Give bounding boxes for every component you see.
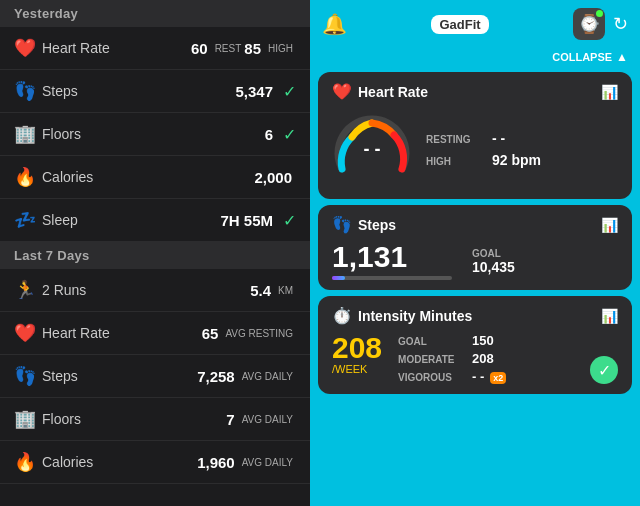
floors-check: ✓ <box>283 125 296 144</box>
floors-value: 6 <box>265 126 273 143</box>
heart-rate-label: Heart Rate <box>42 40 191 56</box>
last7-steps-value: 7,258 <box>197 368 235 385</box>
vigorous-value: - - <box>472 369 484 384</box>
steps-main-value: 1,131 <box>332 242 452 272</box>
last7-calories-icon: 🔥 <box>14 451 42 473</box>
heart-high-sub: HIGH <box>268 43 293 54</box>
app-logo: GadFit <box>431 15 488 34</box>
sleep-row[interactable]: 💤 Sleep 7H 55M ✓ <box>0 199 310 242</box>
sleep-icon: 💤 <box>14 209 42 231</box>
high-value: 92 bpm <box>492 152 541 168</box>
heart-stats: RESTING - - HIGH 92 bpm <box>426 130 541 168</box>
intensity-card[interactable]: ⏱️ Intensity Minutes 📊 208 /WEEK GOAL 15… <box>318 296 632 394</box>
cards-area: ❤️ Heart Rate 📊 <box>310 68 640 506</box>
last7-calories-row[interactable]: 🔥 Calories 1,960 AVG DAILY <box>0 441 310 484</box>
runs-unit: KM <box>278 285 293 296</box>
refresh-icon[interactable]: ↻ <box>613 13 628 35</box>
last7-calories-sub: AVG DAILY <box>242 457 293 468</box>
calories-label: Calories <box>42 169 254 185</box>
sleep-value: 7H 55M <box>220 212 273 229</box>
last7-heart-value: 65 <box>202 325 219 342</box>
goal-stat-row: GOAL 150 <box>398 333 506 348</box>
steps-card[interactable]: 👣 Steps 📊 1,131 GOAL 10,435 <box>318 205 632 290</box>
last7-floors-value: 7 <box>226 411 234 428</box>
runs-value: 5.4 <box>250 282 271 299</box>
steps-card-icon: 👣 <box>332 215 352 234</box>
heart-rest-sub: REST <box>215 43 242 54</box>
bell-icon[interactable]: 🔔 <box>322 12 347 36</box>
intensity-goal-value: 150 <box>472 333 494 348</box>
moderate-label: MODERATE <box>398 354 466 365</box>
header-left-icons: 🔔 <box>322 12 347 36</box>
resting-stat-row: RESTING - - <box>426 130 541 146</box>
steps-card-title: 👣 Steps <box>332 215 396 234</box>
left-panel: Yesterday ❤️ Heart Rate 60 REST 85 HIGH … <box>0 0 310 506</box>
vigorous-label: VIGOROUS <box>398 372 466 383</box>
heart-high-value: 85 <box>244 40 261 57</box>
calories-icon: 🔥 <box>14 166 42 188</box>
x2-badge: x2 <box>490 372 506 384</box>
steps-goal-value: 10,435 <box>472 259 532 275</box>
last7-calories-value: 1,960 <box>197 454 235 471</box>
steps-value: 5,347 <box>235 83 273 100</box>
floors-row[interactable]: 🏢 Floors 6 ✓ <box>0 113 310 156</box>
heart-rate-card[interactable]: ❤️ Heart Rate 📊 <box>318 72 632 199</box>
last7-floors-row[interactable]: 🏢 Floors 7 AVG DAILY <box>0 398 310 441</box>
collapse-chevron-icon: ▲ <box>616 50 628 64</box>
run-icon: 🏃 <box>14 279 42 301</box>
last7-calories-label: Calories <box>42 454 197 470</box>
intensity-card-title-row: ⏱️ Intensity Minutes 📊 <box>332 306 618 325</box>
watch-avatar[interactable]: ⌚ <box>573 8 605 40</box>
resting-value: - - <box>492 130 505 146</box>
heart-rate-row[interactable]: ❤️ Heart Rate 60 REST 85 HIGH <box>0 27 310 70</box>
moderate-value: 208 <box>472 351 494 366</box>
collapse-bar[interactable]: COLLAPSE ▲ <box>310 48 640 68</box>
collapse-label: COLLAPSE <box>552 51 612 63</box>
watch-online-dot <box>596 10 603 17</box>
moderate-stat-row: MODERATE 208 <box>398 351 506 366</box>
intensity-per-week: /WEEK <box>332 363 382 375</box>
steps-goal-label: GOAL <box>472 248 532 259</box>
last7-steps-icon: 👣 <box>14 365 42 387</box>
steps-row[interactable]: 👣 Steps 5,347 ✓ <box>0 70 310 113</box>
last7-floors-label: Floors <box>42 411 226 427</box>
heart-rate-content: - - RESTING - - HIGH 92 bpm <box>332 109 618 189</box>
intensity-check-circle: ✓ <box>590 356 618 384</box>
heart-icon: ❤️ <box>14 37 42 59</box>
intensity-chart-icon[interactable]: 📊 <box>601 308 618 324</box>
steps-label: Steps <box>42 83 235 99</box>
steps-chart-icon[interactable]: 📊 <box>601 217 618 233</box>
vigorous-stat-row: VIGOROUS - - x2 <box>398 369 506 384</box>
last7-heart-label: Heart Rate <box>42 325 202 341</box>
steps-progress-fill <box>332 276 345 280</box>
last7-steps-label: Steps <box>42 368 197 384</box>
heart-rate-chart-icon[interactable]: 📊 <box>601 84 618 100</box>
runs-row[interactable]: 🏃 2 Runs 5.4 KM <box>0 269 310 312</box>
heart-rest-value: 60 <box>191 40 208 57</box>
last7-floors-icon: 🏢 <box>14 408 42 430</box>
intensity-main-value: 208 <box>332 333 382 363</box>
sleep-check: ✓ <box>283 211 296 230</box>
gauge-text: - - <box>364 139 381 160</box>
steps-goal-col: GOAL 10,435 <box>472 248 532 275</box>
last7-steps-row[interactable]: 👣 Steps 7,258 AVG DAILY <box>0 355 310 398</box>
steps-progress-bar <box>332 276 452 280</box>
calories-row[interactable]: 🔥 Calories 2,000 <box>0 156 310 199</box>
intensity-stats: GOAL 150 MODERATE 208 VIGOROUS - - x2 <box>398 333 506 384</box>
intensity-card-title: ⏱️ Intensity Minutes <box>332 306 472 325</box>
intensity-content: 208 /WEEK GOAL 150 MODERATE 208 VIGOROUS… <box>332 333 618 384</box>
last7-heartrate-row[interactable]: ❤️ Heart Rate 65 AVG RESTING <box>0 312 310 355</box>
app-header: 🔔 GadFit ⌚ ↻ <box>310 0 640 48</box>
floors-icon: 🏢 <box>14 123 42 145</box>
last7-steps-sub: AVG DAILY <box>242 371 293 382</box>
steps-check: ✓ <box>283 82 296 101</box>
high-label: HIGH <box>426 156 486 167</box>
heart-rate-card-title-row: ❤️ Heart Rate 📊 <box>332 82 618 101</box>
calories-value: 2,000 <box>254 169 292 186</box>
heart-rate-card-title: ❤️ Heart Rate <box>332 82 428 101</box>
heart-rate-card-icon: ❤️ <box>332 82 352 101</box>
floors-label: Floors <box>42 126 265 142</box>
last7-heart-icon: ❤️ <box>14 322 42 344</box>
last7-heart-sub: AVG RESTING <box>225 328 293 339</box>
sleep-label: Sleep <box>42 212 220 228</box>
